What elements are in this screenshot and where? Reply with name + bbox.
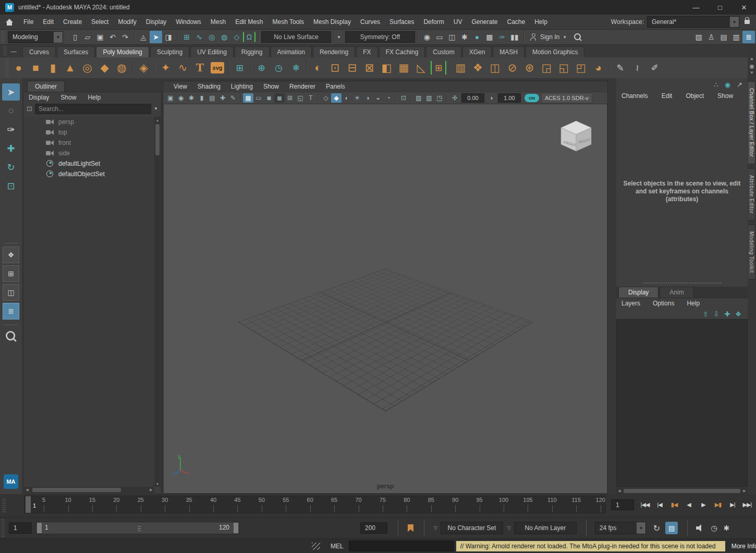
scrollbar-thumb[interactable] <box>32 488 121 492</box>
menu-item[interactable]: Mesh Tools <box>268 15 309 30</box>
poly-disc-icon[interactable]: ◍ <box>113 59 130 77</box>
circularize-icon[interactable]: ⊛ <box>521 59 538 77</box>
shelf-tab[interactable]: Curves <box>22 46 56 57</box>
drag-grip[interactable] <box>1 519 5 537</box>
viewport-menu-item[interactable]: Shading <box>192 83 226 90</box>
field-chart-icon[interactable]: ⊞ <box>285 93 295 103</box>
grease-pencil-icon[interactable]: ✎ <box>228 93 238 103</box>
avatar[interactable]: MA <box>4 474 18 489</box>
isolate-select-icon[interactable]: ⊡ <box>398 93 409 103</box>
resize-grip[interactable] <box>312 543 320 550</box>
mute-icon[interactable] <box>696 524 704 532</box>
shelf-scroll-down-icon[interactable]: ▼ <box>750 70 754 77</box>
go-to-end-button[interactable]: ▶▶| <box>740 497 754 512</box>
new-scene-icon[interactable]: ▯ <box>69 31 81 43</box>
scroll-down-icon[interactable]: ▼ <box>156 481 160 487</box>
drag-grip[interactable] <box>3 46 7 56</box>
step-back-key-button[interactable]: ▮◀ <box>667 497 681 512</box>
symmetry-field[interactable]: Symmetry: Off <box>345 31 415 43</box>
group-separator[interactable] <box>521 30 527 44</box>
step-back-frame-button[interactable]: |◀ <box>653 497 666 512</box>
resolution-gate-icon[interactable]: ◙ <box>264 93 274 103</box>
mirror-icon[interactable]: ◧ <box>378 59 395 77</box>
more-info-button[interactable]: More Info <box>728 541 756 551</box>
step-forward-frame-button[interactable]: ▶| <box>726 497 739 512</box>
platonic-solid-icon[interactable]: ◈ <box>135 59 152 77</box>
chevron-down-icon[interactable]: ▼ <box>154 106 158 111</box>
playhead[interactable] <box>26 496 31 513</box>
colorspace-dropdown[interactable]: ACES 1.0 SDR-v <box>541 93 592 103</box>
menu-item[interactable]: Surfaces <box>385 15 419 30</box>
bridge-icon[interactable]: ◫ <box>486 59 504 77</box>
scroll-right-icon[interactable]: ▶ <box>741 489 748 493</box>
poly-cube-icon[interactable]: ■ <box>27 59 44 77</box>
group-separator[interactable] <box>421 518 426 538</box>
command-language-label[interactable]: MEL <box>331 543 344 550</box>
poly-torus-icon[interactable]: ◎ <box>79 59 96 77</box>
poly-sphere-icon[interactable]: ● <box>10 59 27 77</box>
menu-item[interactable]: Select <box>87 15 113 30</box>
group-separator[interactable] <box>63 30 69 44</box>
snap-to-curve-icon[interactable]: ∿ <box>193 31 205 43</box>
bevel-icon[interactable]: ❖ <box>469 59 486 77</box>
exposure-field[interactable]: 0.00 <box>461 93 484 103</box>
menu-item[interactable]: UV <box>449 15 467 30</box>
display-layers-icon[interactable]: ≣ <box>742 31 755 43</box>
shelf-tab[interactable]: Custom <box>426 46 461 57</box>
safe-action-icon[interactable]: ◱ <box>295 93 306 103</box>
bookmark-icon[interactable] <box>408 524 413 532</box>
menu-item[interactable]: Modify <box>113 15 141 30</box>
group-separator[interactable] <box>684 518 690 538</box>
group-separator[interactable] <box>415 30 421 44</box>
poly-cylinder-icon[interactable]: ▮ <box>44 59 62 77</box>
scroll-up-icon[interactable]: ▲ <box>156 117 160 123</box>
sidebar-tab[interactable]: Channel Box / Layer Editor <box>748 81 755 164</box>
cached-playback-icon[interactable]: ◷ <box>711 524 717 532</box>
home-icon[interactable] <box>3 18 16 26</box>
shelf-tab[interactable]: Rigging <box>235 46 270 57</box>
select-component-icon[interactable]: ◨ <box>162 31 175 43</box>
layer-editor-tab[interactable]: Anim <box>660 287 693 298</box>
layout-outliner-persp[interactable]: ≣ <box>3 303 19 319</box>
shelf-tab[interactable]: FX Caching <box>379 46 425 57</box>
live-surface-field[interactable]: No Live Surface <box>261 31 331 43</box>
channel-box-icon[interactable]: ▤ <box>717 31 730 43</box>
shelf-scroll-up-icon[interactable]: ▲ <box>750 56 754 63</box>
ambient-occlusion-icon[interactable]: ◒ <box>373 93 383 103</box>
snap-to-grid-icon[interactable]: ⊞ <box>180 31 193 43</box>
lasso-select-tool[interactable]: ◌ <box>2 102 20 119</box>
scroll-left-icon[interactable]: ◀ <box>616 489 623 493</box>
xray-icon[interactable]: ▨ <box>413 93 424 103</box>
safe-title-icon[interactable]: T <box>306 93 316 103</box>
render-settings-icon[interactable]: ✱ <box>458 31 471 43</box>
textured-icon[interactable]: ◐ <box>342 93 352 103</box>
wireframe-icon[interactable]: ◇ <box>321 93 331 103</box>
channel-box-menu-item[interactable]: Channels <box>621 92 648 100</box>
shelf-tab[interactable]: Animation <box>271 46 312 57</box>
image-plane-icon[interactable]: ▤ <box>207 93 217 103</box>
sidebar-tab[interactable]: Modeling Toolkit <box>748 225 755 280</box>
new-empty-layer-icon[interactable]: ✚ <box>724 310 730 318</box>
pan-zoom-2d-icon[interactable]: ✚ <box>217 93 228 103</box>
range-grip[interactable] <box>138 525 141 531</box>
menu-item[interactable]: Deform <box>419 15 448 30</box>
outliner-item[interactable]: persp <box>24 117 154 127</box>
bookmark-icon[interactable]: ▮ <box>197 93 207 103</box>
smooth-icon[interactable]: ▦ <box>395 59 412 77</box>
menu-item[interactable]: Cache <box>502 15 530 30</box>
select-hierarchy-icon[interactable]: ◬ <box>137 31 150 43</box>
viewport-menu-item[interactable]: View <box>168 83 192 90</box>
layer-editor-tab[interactable]: Display <box>618 287 659 298</box>
shelf-tab[interactable]: Rendering <box>313 46 355 57</box>
fps-dropdown[interactable]: 24 fps ▼ <box>595 522 646 534</box>
command-line-input[interactable] <box>349 540 454 551</box>
menu-item[interactable]: Windows <box>171 15 206 30</box>
separate-icon[interactable]: ⊟ <box>344 59 361 77</box>
menu-item[interactable]: Curves <box>356 15 385 30</box>
film-gate-icon[interactable]: ▭ <box>253 93 264 103</box>
extrude-icon[interactable]: ▥ <box>452 59 469 77</box>
new-layer-from-selected-icon[interactable]: ❖ <box>735 310 741 318</box>
speed-state-icon[interactable]: ◉ <box>725 81 730 89</box>
scrollbar-thumb[interactable] <box>155 124 160 155</box>
combine-icon[interactable]: ⊡ <box>326 59 344 77</box>
